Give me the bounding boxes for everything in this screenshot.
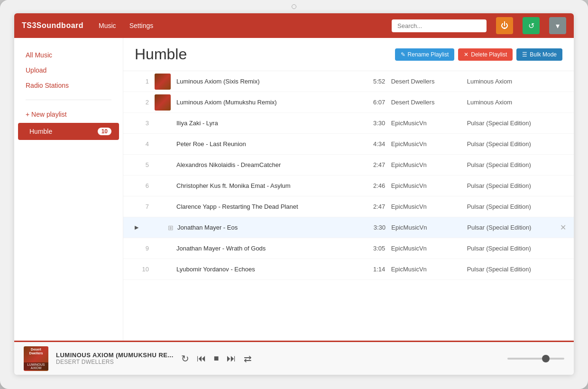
player-info: LUMINOUS AXIOM (MUMUKSHU RE... DESERT DW… xyxy=(56,352,174,365)
shuffle-icon: ⇄ xyxy=(244,353,252,364)
track-album: Pulsar (Special Edition) xyxy=(467,245,562,252)
search-input[interactable] xyxy=(392,19,487,32)
bulk-mode-button[interactable]: ☰ Bulk Mode xyxy=(516,48,562,61)
track-album: Pulsar (Special Edition) xyxy=(467,120,562,127)
track-duration: 2:47 xyxy=(368,161,391,168)
track-artist: EpicMusicVn xyxy=(391,120,467,127)
track-row[interactable]: 2 Luminous Axiom (Mumukshu Remix) 6:07 D… xyxy=(123,92,574,113)
next-button[interactable]: ⏭ xyxy=(227,353,236,364)
prev-button[interactable]: ⏮ xyxy=(197,353,206,364)
track-name: Christopher Kus ft. Monika Emat - Asylum xyxy=(176,182,368,189)
track-name: Peter Roe - Last Reunion xyxy=(176,140,368,148)
track-row[interactable]: 10 Lyubomir Yordanov - Echoes 1:14 EpicM… xyxy=(123,259,574,280)
track-duration: 2:46 xyxy=(368,182,391,189)
repeat-icon: ↻ xyxy=(181,353,189,364)
next-icon: ⏭ xyxy=(227,353,236,364)
track-row[interactable]: 9 Jonathan Mayer - Wrath of Gods 3:05 Ep… xyxy=(123,238,574,259)
header-nav: Music Settings xyxy=(93,19,159,32)
track-row[interactable]: 4 Peter Roe - Last Reunion 4:34 EpicMusi… xyxy=(123,134,574,155)
track-number: 2 xyxy=(135,99,149,106)
content: Humble ✎ Rename Playlist ✕ Delete Playli… xyxy=(123,38,574,341)
track-artist: Desert Dwellers xyxy=(391,78,467,85)
track-artist: EpicMusicVn xyxy=(391,224,467,231)
track-name: Jonathan Mayer - Eos xyxy=(177,224,368,231)
track-art xyxy=(155,94,171,111)
player-bar: DesertDwellers LUMINOUS AXIOM LUMINOUS A… xyxy=(14,341,574,375)
track-row[interactable]: 3 Iliya Zaki - Lyra 3:30 EpicMusicVn Pul… xyxy=(123,113,574,134)
playlist-badge: 10 xyxy=(98,128,111,135)
track-name: Jonathan Mayer - Wrath of Gods xyxy=(176,245,368,252)
track-name: Alexandros Nikolaidis - DreamCatcher xyxy=(176,161,368,168)
track-number: 5 xyxy=(135,161,149,168)
track-album: Pulsar (Special Edition) xyxy=(467,266,562,273)
track-album: Pulsar (Special Edition) xyxy=(467,161,562,168)
app-logo: TS3Soundboard xyxy=(22,21,83,30)
shuffle-button[interactable]: ⇄ xyxy=(244,353,252,364)
track-artist: EpicMusicVn xyxy=(391,182,467,189)
track-artist: EpicMusicVn xyxy=(391,161,467,168)
remove-track-icon[interactable]: ✕ xyxy=(560,223,566,232)
track-album: Pulsar (Special Edition) xyxy=(467,140,562,148)
track-list: 1 Luminous Axiom (Sixis Remix) 5:52 Dese… xyxy=(123,71,574,341)
track-duration: 2:47 xyxy=(368,203,391,210)
track-duration: 3:30 xyxy=(368,120,391,127)
track-artist: Desert Dwellers xyxy=(391,99,467,106)
device-frame: TS3Soundboard Music Settings ⏻ ↺ ▾ All M… xyxy=(0,0,588,389)
track-row[interactable]: 6 Christopher Kus ft. Monika Emat - Asyl… xyxy=(123,176,574,196)
nav-music[interactable]: Music xyxy=(93,19,122,32)
track-number: 9 xyxy=(135,245,149,252)
track-duration: 4:34 xyxy=(368,140,391,148)
track-number: 10 xyxy=(135,266,149,273)
track-duration: 3:30 xyxy=(368,224,391,231)
track-album: Pulsar (Special Edition) xyxy=(467,182,562,189)
track-row[interactable]: ▶ ⊞ Jonathan Mayer - Eos 3:30 EpicMusicV… xyxy=(123,217,574,238)
dropdown-icon: ▾ xyxy=(556,21,560,30)
player-track-title: LUMINOUS AXIOM (MUMUKSHU RE... xyxy=(56,352,174,359)
new-playlist-button[interactable]: + New playlist xyxy=(14,107,123,122)
track-duration: 6:07 xyxy=(368,99,391,106)
notch-circle xyxy=(292,4,296,9)
sidebar-item-upload[interactable]: Upload xyxy=(14,63,123,78)
sidebar-item-all-music[interactable]: All Music xyxy=(14,47,123,63)
refresh-icon: ↺ xyxy=(528,21,534,30)
player-controls: ↻ ⏮ ■ ⏭ ⇄ xyxy=(181,353,252,364)
track-name: Luminous Axiom (Sixis Remix) xyxy=(176,78,368,85)
delete-icon: ✕ xyxy=(464,51,469,58)
stop-button[interactable]: ■ xyxy=(214,353,219,363)
dropdown-button[interactable]: ▾ xyxy=(549,17,566,34)
player-album-art: DesertDwellers LUMINOUS AXIOM xyxy=(24,346,48,371)
new-playlist-label: + New playlist xyxy=(26,111,67,118)
power-button[interactable]: ⏻ xyxy=(496,17,513,34)
playlist-item-humble[interactable]: Humble 10 xyxy=(18,123,119,140)
prev-icon: ⏮ xyxy=(197,353,206,364)
track-number: 4 xyxy=(135,140,149,148)
delete-playlist-button[interactable]: ✕ Delete Playlist xyxy=(458,48,513,61)
rename-playlist-button[interactable]: ✎ Rename Playlist xyxy=(395,48,455,61)
repeat-button[interactable]: ↻ xyxy=(181,353,189,364)
delete-label: Delete Playlist xyxy=(471,51,507,58)
app-window: TS3Soundboard Music Settings ⏻ ↺ ▾ All M… xyxy=(14,13,574,375)
track-duration: 5:52 xyxy=(368,78,391,85)
content-header: Humble ✎ Rename Playlist ✕ Delete Playli… xyxy=(123,38,574,71)
rename-label: Rename Playlist xyxy=(408,51,449,58)
playlist-item-name: Humble xyxy=(29,128,52,135)
track-album: Luminous Axiom xyxy=(467,78,562,85)
play-icon: ▶ xyxy=(135,224,138,231)
volume-slider[interactable] xyxy=(507,358,564,360)
refresh-button[interactable]: ↺ xyxy=(523,17,540,34)
rename-icon: ✎ xyxy=(401,51,405,58)
track-duration: 3:05 xyxy=(368,245,391,252)
nav-settings[interactable]: Settings xyxy=(124,19,159,32)
player-art-label: LUMINOUS AXIOM xyxy=(24,362,48,370)
sidebar: All Music Upload Radio Stations + New pl… xyxy=(14,38,123,341)
track-row[interactable]: 1 Luminous Axiom (Sixis Remix) 5:52 Dese… xyxy=(123,71,574,92)
track-art xyxy=(155,74,171,90)
track-artist: EpicMusicVn xyxy=(391,245,467,252)
track-row[interactable]: 7 Clarence Yapp - Restarting The Dead Pl… xyxy=(123,196,574,217)
sidebar-item-radio-stations[interactable]: Radio Stations xyxy=(14,78,123,93)
track-album: Luminous Axiom xyxy=(467,99,562,106)
track-name: Clarence Yapp - Restarting The Dead Plan… xyxy=(176,203,368,210)
track-duration: 1:14 xyxy=(368,266,391,273)
track-row[interactable]: 5 Alexandros Nikolaidis - DreamCatcher 2… xyxy=(123,155,574,176)
track-artist: EpicMusicVn xyxy=(391,140,467,148)
